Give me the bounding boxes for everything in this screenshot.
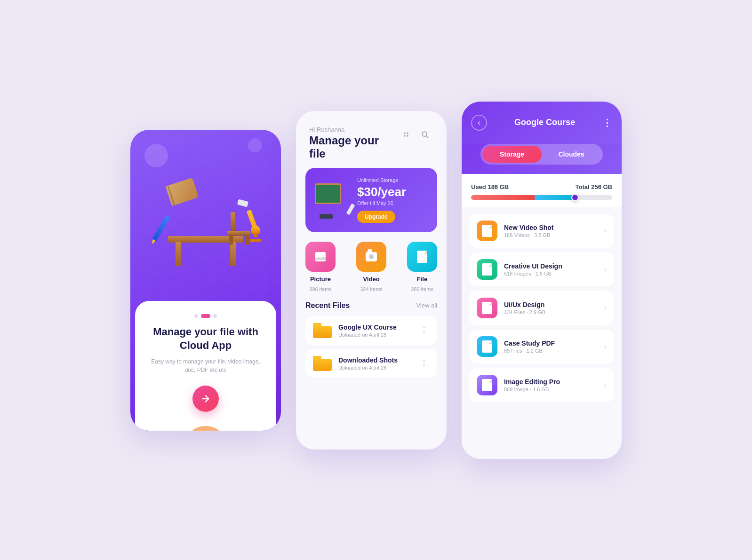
header-icons — [398, 126, 433, 143]
chevron-right-icon-0: › — [604, 227, 607, 235]
phone1-screen: Manage your file with Cloud App Easy way… — [130, 130, 281, 431]
fli-info-editing: Image Editing Pro 869 Image · 1.6 GB — [504, 378, 604, 392]
bottom-decoration — [192, 426, 220, 431]
file-name-1: Google UX Course — [338, 323, 418, 331]
greeting-text: Hi Rushanna — [309, 126, 398, 133]
trophy-stem — [254, 233, 257, 237]
upgrade-button[interactable]: Upgrade — [357, 211, 395, 223]
file-info-2: Downloaded Shots Uploaded on April 26 — [338, 356, 418, 371]
header-left: Hi Rushanna Manage your file — [309, 126, 398, 160]
file-item-1[interactable]: Google UX Course Uploaded on April 28 ⋮ — [305, 316, 437, 345]
fli-name-editing: Image Editing Pro — [504, 378, 604, 386]
promo-offer: Offer till May 26 — [357, 200, 428, 206]
video-count: 324 items — [360, 286, 383, 292]
chevron-right-icon-4: › — [604, 381, 607, 389]
video-file-icon — [482, 225, 492, 237]
fli-icon-uiux — [477, 298, 497, 318]
promo-text: Unlimited Storage $30/year Offer till Ma… — [352, 177, 428, 223]
file-menu-2[interactable]: ⋮ — [418, 358, 430, 369]
picture-icon-bg — [305, 242, 336, 272]
svg-point-0 — [404, 132, 406, 134]
storage-section: Used 186 GB Total 256 GB — [462, 174, 622, 207]
storage-cloud-fill — [535, 195, 574, 200]
fli-creative-ui[interactable]: Creative UI Design 518 Images · 1.6 GB › — [469, 252, 614, 286]
fli-info-case: Case Study PDF 65 Files · 1.2 GB — [504, 339, 604, 354]
file-info-1: Google UX Course Uploaded on April 28 — [338, 323, 418, 338]
fli-info-video: New Video Shot 168 Videos · 3.8 GB — [504, 224, 604, 238]
search-button[interactable] — [416, 126, 433, 143]
grid-dots-icon — [402, 131, 410, 138]
fli-icon-video — [477, 221, 497, 241]
storage-used-fill — [471, 195, 535, 200]
fli-uiux[interactable]: Ui/Ux Design 134 Files · 2.9 GB › — [469, 291, 614, 325]
book-float — [166, 177, 199, 205]
file-date-2: Uploaded on April 26 — [338, 365, 418, 371]
fli-info-uiux: Ui/Ux Design 134 Files · 2.9 GB — [504, 301, 604, 315]
folder-icon-2 — [313, 356, 332, 371]
trophy-base — [250, 239, 261, 242]
svg-point-2 — [404, 135, 406, 137]
video-icon-bg — [356, 242, 386, 272]
file-icon — [417, 251, 427, 263]
chair-leg-1 — [229, 235, 233, 245]
promo-price: $30/year — [357, 185, 428, 199]
category-video[interactable]: Video 324 items — [356, 242, 386, 292]
fli-new-video-shot[interactable]: New Video Shot 168 Videos · 3.8 GB › — [469, 214, 614, 248]
dot-2-active — [201, 314, 210, 318]
fli-name-case: Case Study PDF — [504, 339, 604, 347]
fli-name-uiux: Ui/Ux Design — [504, 301, 604, 308]
chevron-right-icon-3: › — [604, 342, 607, 351]
search-icon — [420, 130, 430, 139]
promo-illustration — [315, 181, 352, 219]
phone2-title: Manage your file — [309, 134, 398, 160]
dots-menu-button[interactable] — [398, 126, 415, 143]
chair-back — [231, 212, 235, 232]
desk-leg-left — [176, 242, 181, 266]
fli-meta-editing: 869 Image · 1.6 GB — [504, 386, 604, 392]
three-dots-icon-1: ⋮ — [420, 326, 428, 335]
folder-body-1 — [313, 326, 332, 338]
file-date-1: Uploaded on April 28 — [338, 332, 418, 338]
files-list: New Video Shot 168 Videos · 3.8 GB › Cre… — [462, 207, 622, 459]
phone1-card: Manage your file with Cloud App Easy way… — [135, 301, 276, 430]
svg-point-3 — [407, 135, 408, 137]
more-options-button[interactable]: ⋮ — [602, 117, 612, 128]
categories-section: Picture 896 items Video 324 items File 2… — [296, 242, 447, 301]
cloudes-toggle[interactable]: Cloudes — [542, 146, 601, 163]
file-name-2: Downloaded Shots — [338, 356, 418, 364]
storage-thumb — [571, 194, 579, 201]
fli-meta-creative: 518 Images · 1.6 GB — [504, 271, 604, 276]
illustration-area — [130, 149, 281, 299]
chevron-right-icon-2: › — [604, 304, 607, 312]
chalkboard — [315, 183, 341, 204]
fli-icon-case — [477, 336, 497, 357]
fli-name-creative: Creative UI Design — [504, 262, 604, 270]
storage-toggle[interactable]: Storage — [482, 146, 542, 163]
phone1-subtitle: Easy way to manage your file, video imag… — [148, 357, 263, 374]
fli-info-creative: Creative UI Design 518 Images · 1.6 GB — [504, 262, 604, 276]
three-dots-icon-2: ⋮ — [420, 359, 428, 368]
file-menu-1[interactable]: ⋮ — [418, 325, 430, 336]
back-button[interactable]: ‹ — [471, 115, 487, 131]
category-file[interactable]: File 289 items — [407, 242, 437, 292]
picture-count: 896 items — [309, 286, 332, 292]
arrow-right-icon — [200, 394, 211, 404]
view-all-link[interactable]: View all — [416, 302, 437, 309]
get-started-button[interactable] — [192, 386, 219, 412]
storage-used-label: Used 186 GB — [471, 183, 509, 190]
phone2-screen: Hi Rushanna Manage your file — [296, 111, 447, 450]
fli-meta-uiux: 134 Files · 2.9 GB — [504, 309, 604, 315]
fli-icon-creative — [477, 259, 497, 280]
file-item-2[interactable]: Downloaded Shots Uploaded on April 26 ⋮ — [305, 349, 437, 378]
category-picture[interactable]: Picture 896 items — [305, 242, 336, 292]
svg-point-4 — [422, 132, 427, 136]
storage-row: Used 186 GB Total 256 GB — [471, 183, 612, 190]
editing-file-icon — [482, 379, 492, 391]
fli-case-study[interactable]: Case Study PDF 65 Files · 1.2 GB › — [469, 330, 614, 363]
fli-image-editing[interactable]: Image Editing Pro 869 Image · 1.6 GB › — [469, 368, 614, 402]
case-file-icon — [482, 340, 492, 353]
desk-leg-right — [230, 242, 236, 266]
desk-scene — [154, 177, 257, 271]
phone2-header: Hi Rushanna Manage your file — [296, 111, 447, 168]
phone3-header: ‹ Google Course ⋮ — [462, 102, 622, 144]
